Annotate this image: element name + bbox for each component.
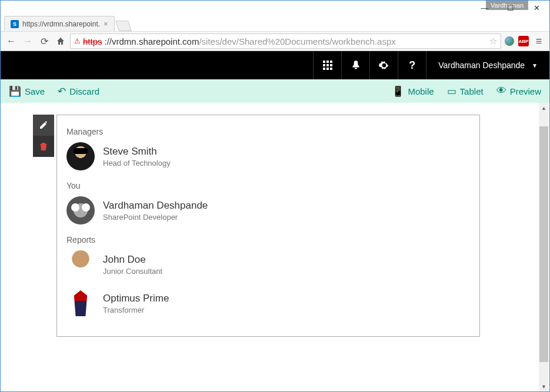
sharepoint-suite-bar: ? Vardhaman Deshpande ▼ — [1, 51, 549, 79]
edit-webpart-button[interactable] — [33, 115, 54, 136]
preview-label: Preview — [510, 86, 541, 96]
chevron-down-icon: ▼ — [532, 62, 538, 69]
window-maximize-button[interactable]: ☐ — [498, 1, 524, 15]
preview-button[interactable]: 👁 Preview — [496, 85, 541, 97]
user-display-name: Vardhaman Deshpande — [438, 61, 525, 70]
insecure-https-icon: ⚠ — [74, 37, 81, 45]
person-title: SharePoint Developer — [103, 213, 208, 222]
save-icon: 💾 — [9, 85, 21, 98]
org-chart-webpart: Managers Steve Smith Head of Technology … — [56, 115, 480, 337]
help-button[interactable]: ? — [398, 51, 426, 79]
save-label: Save — [25, 86, 45, 96]
person-card[interactable]: Steve Smith Head of Technology — [66, 142, 470, 170]
undo-icon: ↶ — [58, 85, 66, 98]
delete-webpart-button[interactable] — [33, 136, 54, 157]
reload-button[interactable]: ⟳ — [37, 34, 51, 48]
reports-section-label: Reports — [66, 235, 470, 244]
person-name: John Doe — [103, 254, 162, 266]
discard-button[interactable]: ↶ Discard — [58, 85, 99, 98]
avatar — [66, 289, 95, 317]
forward-button: → — [21, 34, 35, 48]
user-menu[interactable]: Vardhaman Deshpande ▼ — [426, 51, 549, 79]
you-section-label: You — [66, 181, 470, 190]
window-close-button[interactable]: ✕ — [524, 1, 549, 15]
mobile-label: Mobile — [408, 86, 434, 96]
trash-icon — [39, 142, 48, 151]
person-card[interactable]: Optimus Prime Transformer — [66, 289, 470, 317]
window-titlebar: Vardhaman — ☐ ✕ — [1, 1, 549, 15]
person-name: Steve Smith — [103, 146, 171, 158]
tab-title: https://vrdmn.sharepoint. — [22, 20, 100, 28]
bell-icon — [351, 60, 361, 71]
close-tab-icon[interactable]: × — [104, 19, 108, 28]
help-icon: ? — [409, 59, 415, 72]
adblock-icon[interactable]: ABP — [518, 35, 529, 47]
workbench-command-bar: 💾 Save ↶ Discard 📱 Mobile ▭ Tablet 👁 Pre… — [1, 79, 549, 103]
bookmark-star-icon[interactable]: ☆ — [489, 36, 497, 46]
sharepoint-favicon: S — [11, 20, 19, 28]
browser-tab[interactable]: S https://vrdmn.sharepoint. × — [4, 16, 115, 31]
avatar — [66, 142, 95, 170]
browser-tab-strip: S https://vrdmn.sharepoint. × — [1, 15, 549, 31]
url-protocol: https — [83, 36, 102, 46]
url-path: /sites/dev/Shared%20Documents/workbench.… — [199, 36, 395, 46]
eye-icon: 👁 — [496, 85, 506, 97]
home-button[interactable] — [54, 34, 68, 48]
back-button[interactable]: ← — [4, 34, 18, 48]
url-host: ://vrdmn.sharepoint.com — [105, 36, 199, 46]
person-title: Junior Consultant — [103, 267, 162, 276]
save-button[interactable]: 💾 Save — [9, 85, 45, 98]
settings-button[interactable] — [369, 51, 398, 79]
window-minimize-button[interactable]: — — [472, 1, 498, 15]
new-tab-button[interactable] — [115, 21, 132, 31]
gear-icon — [379, 60, 389, 71]
extension-globe-icon[interactable] — [504, 35, 515, 47]
mobile-view-button[interactable]: 📱 Mobile — [392, 85, 434, 98]
avatar — [66, 196, 95, 225]
mobile-icon: 📱 — [392, 85, 404, 98]
managers-section-label: Managers — [66, 127, 470, 136]
browser-toolbar: ← → ⟳ ⚠ https ://vrdmn.sharepoint.com/si… — [1, 31, 549, 51]
tablet-view-button[interactable]: ▭ Tablet — [447, 85, 484, 98]
chrome-menu-icon[interactable]: ≡ — [532, 35, 546, 48]
avatar — [66, 250, 95, 279]
person-title: Transformer — [103, 306, 169, 314]
address-bar[interactable]: ⚠ https ://vrdmn.sharepoint.com/sites/de… — [70, 33, 501, 49]
waffle-icon — [323, 61, 332, 70]
notifications-button[interactable] — [341, 51, 369, 79]
person-title: Head of Technology — [103, 159, 171, 167]
person-card[interactable]: John Doe Junior Consultant — [66, 250, 470, 279]
tablet-icon: ▭ — [447, 85, 456, 98]
person-name: Vardhaman Deshpande — [103, 200, 208, 212]
discard-label: Discard — [69, 86, 99, 96]
pencil-icon — [39, 120, 48, 130]
tablet-label: Tablet — [460, 86, 484, 96]
person-card[interactable]: Vardhaman Deshpande SharePoint Developer — [66, 196, 470, 225]
person-name: Optimus Prime — [103, 293, 169, 304]
app-launcher-button[interactable] — [313, 51, 341, 79]
